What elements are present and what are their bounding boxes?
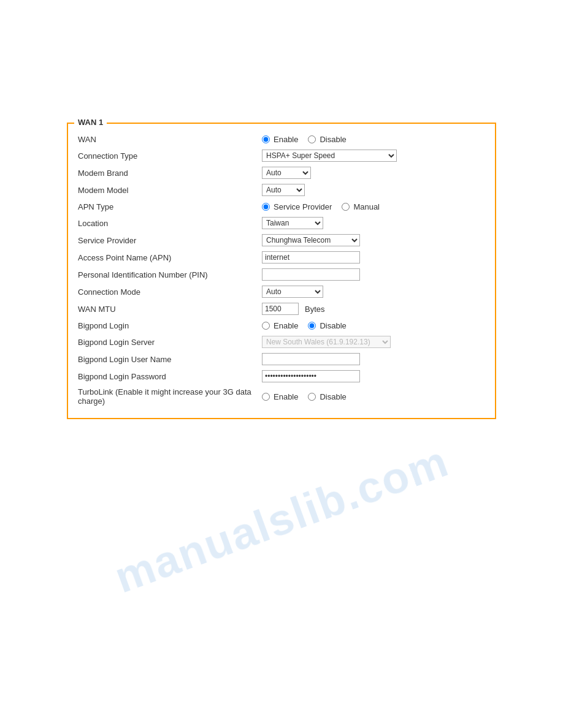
wan-control: Enable Disable [262, 135, 485, 144]
wan-mtu-row: WAN MTU Bytes [78, 300, 485, 317]
bigpond-server-row: Bigpond Login Server New South Wales (61… [78, 333, 485, 351]
location-row: Location Taiwan [78, 214, 485, 232]
location-control: Taiwan [262, 217, 485, 229]
service-provider-row: Service Provider Chunghwa Telecom [78, 232, 485, 249]
pin-input[interactable] [262, 268, 360, 281]
apn-row: Access Point Name (APN) [78, 249, 485, 266]
bigpond-login-label: Bigpond Login [78, 321, 262, 330]
wan-title: WAN 1 [74, 118, 107, 127]
connection-mode-label: Connection Mode [78, 287, 262, 297]
bigpond-disable-label[interactable]: Disable [308, 321, 346, 330]
service-provider-select[interactable]: Chunghwa Telecom [262, 234, 360, 246]
wan-mtu-control: Bytes [262, 303, 485, 315]
bigpond-username-control [262, 353, 485, 365]
apn-service-provider-label[interactable]: Service Provider [262, 202, 332, 211]
bigpond-disable-radio[interactable] [308, 322, 316, 330]
modem-brand-select[interactable]: Auto [262, 167, 311, 179]
turbolink-label: TurboLink (Enable it might increase your… [78, 387, 262, 406]
modem-model-control: Auto [262, 184, 485, 196]
wan-disable-radio[interactable] [308, 135, 316, 143]
bigpond-password-control [262, 370, 485, 382]
apn-type-control: Service Provider Manual [262, 202, 485, 211]
bigpond-server-control: New South Wales (61.9.192.13) [262, 336, 485, 348]
apn-service-provider-radio[interactable] [262, 203, 270, 211]
connection-mode-control: Auto [262, 286, 485, 298]
page-wrapper: WAN 1 WAN Enable Disable Connection Type… [0, 0, 563, 728]
bigpond-password-row: Bigpond Login Password [78, 368, 485, 385]
bigpond-server-select[interactable]: New South Wales (61.9.192.13) [262, 336, 391, 348]
connection-type-select[interactable]: HSPA+ Super Speed [262, 150, 397, 162]
wan-row: WAN Enable Disable [78, 131, 485, 147]
pin-row: Personal Identification Number (PIN) [78, 266, 485, 283]
turbolink-enable-radio[interactable] [262, 393, 270, 401]
bigpond-enable-label[interactable]: Enable [262, 321, 298, 330]
bigpond-server-label: Bigpond Login Server [78, 338, 262, 347]
apn-label: Access Point Name (APN) [78, 253, 262, 262]
turbolink-control: Enable Disable [262, 392, 485, 401]
connection-mode-row: Connection Mode Auto [78, 283, 485, 300]
modem-brand-label: Modem Brand [78, 169, 262, 178]
bigpond-enable-radio[interactable] [262, 322, 270, 330]
wan-section: WAN 1 WAN Enable Disable Connection Type… [67, 123, 496, 419]
turbolink-disable-radio[interactable] [308, 393, 316, 401]
connection-type-control: HSPA+ Super Speed [262, 150, 485, 162]
turbolink-disable-label[interactable]: Disable [308, 392, 346, 401]
modem-brand-control: Auto [262, 167, 485, 179]
apn-manual-radio[interactable] [342, 203, 350, 211]
modem-model-row: Modem Model Auto [78, 181, 485, 199]
apn-input[interactable] [262, 251, 360, 264]
connection-type-row: Connection Type HSPA+ Super Speed [78, 147, 485, 164]
wan-enable-label[interactable]: Enable [262, 135, 298, 144]
pin-control [262, 268, 485, 281]
bigpond-username-input[interactable] [262, 353, 360, 365]
modem-model-select[interactable]: Auto [262, 184, 305, 196]
wan-enable-radio[interactable] [262, 135, 270, 143]
turbolink-enable-label[interactable]: Enable [262, 392, 298, 401]
wan-label: WAN [78, 135, 262, 144]
apn-type-row: APN Type Service Provider Manual [78, 199, 485, 214]
bytes-label: Bytes [305, 305, 325, 314]
modem-brand-row: Modem Brand Auto [78, 164, 485, 181]
connection-type-label: Connection Type [78, 151, 262, 161]
modem-model-label: Modem Model [78, 186, 262, 195]
pin-label: Personal Identification Number (PIN) [78, 270, 262, 279]
location-label: Location [78, 219, 262, 228]
bigpond-username-label: Bigpond Login User Name [78, 355, 262, 364]
bigpond-username-row: Bigpond Login User Name [78, 351, 485, 368]
bigpond-login-control: Enable Disable [262, 321, 485, 330]
wan-disable-label[interactable]: Disable [308, 135, 346, 144]
service-provider-label: Service Provider [78, 236, 262, 245]
apn-manual-label[interactable]: Manual [342, 202, 380, 211]
bigpond-login-row: Bigpond Login Enable Disable [78, 317, 485, 333]
apn-control [262, 251, 485, 264]
apn-type-label: APN Type [78, 202, 262, 211]
connection-mode-select[interactable]: Auto [262, 286, 323, 298]
wan-mtu-input[interactable] [262, 303, 299, 315]
service-provider-control: Chunghwa Telecom [262, 234, 485, 246]
turbolink-row: TurboLink (Enable it might increase your… [78, 385, 485, 408]
location-select[interactable]: Taiwan [262, 217, 323, 229]
bigpond-password-input[interactable] [262, 370, 360, 382]
wan-mtu-label: WAN MTU [78, 305, 262, 314]
bigpond-password-label: Bigpond Login Password [78, 372, 262, 381]
